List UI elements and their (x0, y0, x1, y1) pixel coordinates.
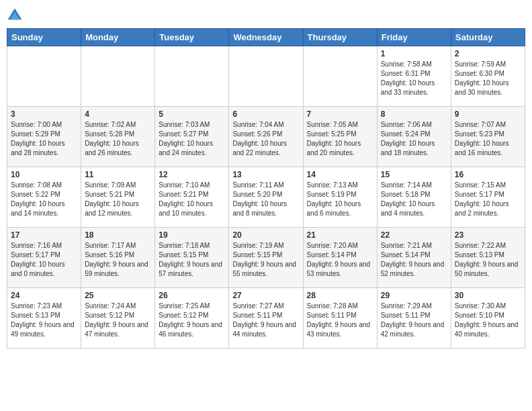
day-number: 17 (11, 230, 77, 240)
day-info: Sunrise: 7:03 AM Sunset: 5:27 PM Dayligh… (159, 120, 225, 158)
day-number: 24 (11, 291, 77, 300)
day-number: 26 (159, 291, 225, 300)
day-info: Sunrise: 7:00 AM Sunset: 5:29 PM Dayligh… (11, 120, 77, 158)
weekday-header-tuesday: Tuesday (155, 29, 229, 46)
day-info: Sunrise: 7:14 AM Sunset: 5:18 PM Dayligh… (381, 181, 447, 218)
calendar-cell: 19Sunrise: 7:18 AM Sunset: 5:15 PM Dayli… (155, 228, 229, 288)
calendar-cell: 8Sunrise: 7:06 AM Sunset: 5:24 PM Daylig… (377, 107, 451, 167)
calendar-cell: 26Sunrise: 7:25 AM Sunset: 5:12 PM Dayli… (155, 288, 229, 349)
day-number: 16 (455, 170, 521, 179)
day-number: 7 (307, 109, 373, 119)
calendar-cell: 9Sunrise: 7:07 AM Sunset: 5:23 PM Daylig… (451, 107, 525, 167)
day-number: 12 (159, 170, 225, 179)
calendar-cell: 30Sunrise: 7:30 AM Sunset: 5:10 PM Dayli… (451, 288, 525, 349)
calendar-cell: 13Sunrise: 7:11 AM Sunset: 5:20 PM Dayli… (229, 167, 303, 228)
day-number: 28 (307, 291, 373, 300)
calendar-cell: 23Sunrise: 7:22 AM Sunset: 5:13 PM Dayli… (451, 228, 525, 288)
day-info: Sunrise: 7:28 AM Sunset: 5:11 PM Dayligh… (307, 302, 373, 339)
day-info: Sunrise: 7:11 AM Sunset: 5:20 PM Dayligh… (232, 181, 299, 218)
day-info: Sunrise: 7:23 AM Sunset: 5:13 PM Dayligh… (11, 302, 77, 339)
day-number: 22 (381, 230, 447, 240)
calendar-cell: 29Sunrise: 7:29 AM Sunset: 5:11 PM Dayli… (377, 288, 451, 349)
calendar-cell (155, 46, 229, 107)
day-info: Sunrise: 7:13 AM Sunset: 5:19 PM Dayligh… (307, 181, 373, 218)
weekday-header-sunday: Sunday (7, 29, 81, 46)
day-number: 30 (455, 291, 521, 300)
day-info: Sunrise: 7:04 AM Sunset: 5:26 PM Dayligh… (232, 120, 299, 158)
calendar-cell: 11Sunrise: 7:09 AM Sunset: 5:21 PM Dayli… (81, 167, 155, 228)
calendar-cell: 22Sunrise: 7:21 AM Sunset: 5:14 PM Dayli… (377, 228, 451, 288)
day-number: 25 (85, 291, 151, 300)
day-info: Sunrise: 7:27 AM Sunset: 5:11 PM Dayligh… (232, 302, 299, 339)
weekday-header-saturday: Saturday (451, 29, 525, 46)
day-info: Sunrise: 7:30 AM Sunset: 5:10 PM Dayligh… (455, 302, 521, 339)
day-info: Sunrise: 7:22 AM Sunset: 5:13 PM Dayligh… (455, 241, 521, 279)
calendar-week-row: 1Sunrise: 7:58 AM Sunset: 6:31 PM Daylig… (7, 46, 525, 107)
calendar-cell: 25Sunrise: 7:24 AM Sunset: 5:12 PM Dayli… (81, 288, 155, 349)
day-number: 21 (307, 230, 373, 240)
day-info: Sunrise: 7:25 AM Sunset: 5:12 PM Dayligh… (159, 302, 225, 339)
day-info: Sunrise: 7:05 AM Sunset: 5:25 PM Dayligh… (307, 120, 373, 158)
day-number: 10 (11, 170, 77, 179)
calendar-week-row: 10Sunrise: 7:08 AM Sunset: 5:22 PM Dayli… (7, 167, 525, 228)
day-number: 9 (455, 109, 521, 119)
calendar-cell: 10Sunrise: 7:08 AM Sunset: 5:22 PM Dayli… (7, 167, 81, 228)
calendar-cell (229, 46, 303, 107)
day-info: Sunrise: 7:09 AM Sunset: 5:21 PM Dayligh… (85, 181, 151, 218)
weekday-header-wednesday: Wednesday (229, 29, 303, 46)
day-number: 29 (381, 291, 447, 300)
calendar-week-row: 17Sunrise: 7:16 AM Sunset: 5:17 PM Dayli… (7, 228, 525, 288)
calendar-table: SundayMondayTuesdayWednesdayThursdayFrid… (7, 28, 525, 349)
day-number: 19 (159, 230, 225, 240)
day-info: Sunrise: 7:58 AM Sunset: 6:31 PM Dayligh… (381, 60, 447, 97)
day-number: 11 (85, 170, 151, 179)
day-number: 1 (381, 49, 447, 58)
day-info: Sunrise: 7:24 AM Sunset: 5:12 PM Dayligh… (85, 302, 151, 339)
day-number: 6 (232, 109, 299, 119)
calendar-header-row: SundayMondayTuesdayWednesdayThursdayFrid… (7, 29, 525, 46)
calendar-cell: 24Sunrise: 7:23 AM Sunset: 5:13 PM Dayli… (7, 288, 81, 349)
calendar-cell: 1Sunrise: 7:58 AM Sunset: 6:31 PM Daylig… (377, 46, 451, 107)
day-info: Sunrise: 7:15 AM Sunset: 5:17 PM Dayligh… (455, 181, 521, 218)
calendar-cell: 28Sunrise: 7:28 AM Sunset: 5:11 PM Dayli… (303, 288, 377, 349)
calendar-cell: 5Sunrise: 7:03 AM Sunset: 5:27 PM Daylig… (155, 107, 229, 167)
calendar-cell: 21Sunrise: 7:20 AM Sunset: 5:14 PM Dayli… (303, 228, 377, 288)
day-number: 13 (232, 170, 299, 179)
day-info: Sunrise: 7:08 AM Sunset: 5:22 PM Dayligh… (11, 181, 77, 218)
calendar-cell: 14Sunrise: 7:13 AM Sunset: 5:19 PM Dayli… (303, 167, 377, 228)
calendar-cell: 7Sunrise: 7:05 AM Sunset: 5:25 PM Daylig… (303, 107, 377, 167)
weekday-header-thursday: Thursday (303, 29, 377, 46)
day-number: 23 (455, 230, 521, 240)
day-info: Sunrise: 7:07 AM Sunset: 5:23 PM Dayligh… (455, 120, 521, 158)
calendar-cell: 4Sunrise: 7:02 AM Sunset: 5:28 PM Daylig… (81, 107, 155, 167)
day-info: Sunrise: 7:18 AM Sunset: 5:15 PM Dayligh… (159, 241, 225, 279)
calendar-cell: 15Sunrise: 7:14 AM Sunset: 5:18 PM Dayli… (377, 167, 451, 228)
day-number: 5 (159, 109, 225, 119)
calendar-cell (81, 46, 155, 107)
day-info: Sunrise: 7:59 AM Sunset: 6:30 PM Dayligh… (455, 60, 521, 97)
day-number: 15 (381, 170, 447, 179)
day-number: 18 (85, 230, 151, 240)
calendar-cell: 20Sunrise: 7:19 AM Sunset: 5:15 PM Dayli… (229, 228, 303, 288)
calendar-cell: 16Sunrise: 7:15 AM Sunset: 5:17 PM Dayli… (451, 167, 525, 228)
day-info: Sunrise: 7:20 AM Sunset: 5:14 PM Dayligh… (307, 241, 373, 279)
calendar-cell: 18Sunrise: 7:17 AM Sunset: 5:16 PM Dayli… (81, 228, 155, 288)
day-info: Sunrise: 7:21 AM Sunset: 5:14 PM Dayligh… (381, 241, 447, 279)
day-info: Sunrise: 7:10 AM Sunset: 5:21 PM Dayligh… (159, 181, 225, 218)
page-header (7, 7, 525, 23)
calendar-week-row: 24Sunrise: 7:23 AM Sunset: 5:13 PM Dayli… (7, 288, 525, 349)
weekday-header-monday: Monday (81, 29, 155, 46)
day-number: 8 (381, 109, 447, 119)
calendar-cell: 6Sunrise: 7:04 AM Sunset: 5:26 PM Daylig… (229, 107, 303, 167)
calendar-cell: 2Sunrise: 7:59 AM Sunset: 6:30 PM Daylig… (451, 46, 525, 107)
calendar-cell: 17Sunrise: 7:16 AM Sunset: 5:17 PM Dayli… (7, 228, 81, 288)
logo-icon (7, 7, 23, 23)
day-info: Sunrise: 7:16 AM Sunset: 5:17 PM Dayligh… (11, 241, 77, 279)
day-number: 2 (455, 49, 521, 58)
calendar-cell (7, 46, 81, 107)
calendar-cell (303, 46, 377, 107)
day-info: Sunrise: 7:02 AM Sunset: 5:28 PM Dayligh… (85, 120, 151, 158)
calendar-cell: 12Sunrise: 7:10 AM Sunset: 5:21 PM Dayli… (155, 167, 229, 228)
logo (7, 7, 26, 23)
day-number: 4 (85, 109, 151, 119)
